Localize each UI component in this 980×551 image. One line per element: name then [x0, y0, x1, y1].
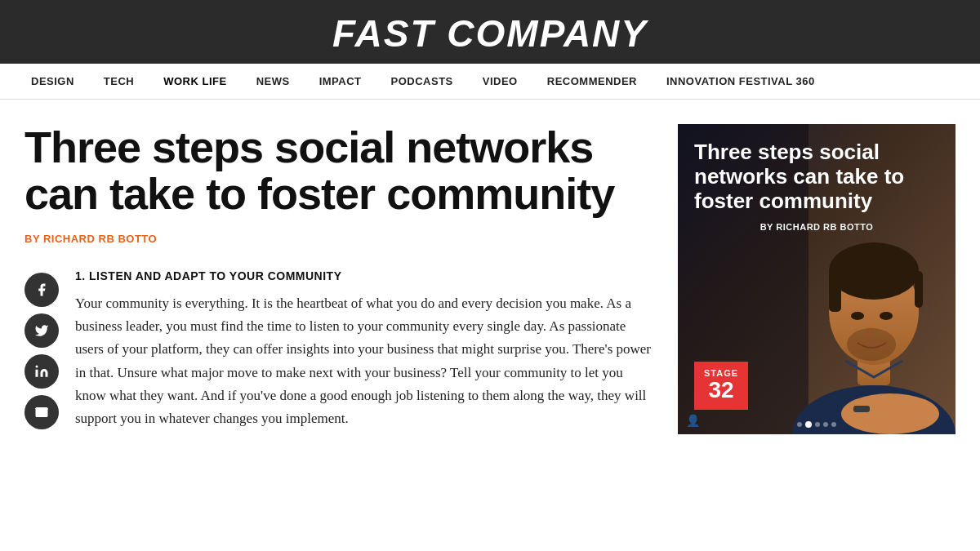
svg-point-12: [847, 328, 896, 361]
dot-2[interactable]: [805, 421, 812, 428]
svg-rect-7: [829, 271, 841, 312]
carousel-dots: [797, 421, 836, 428]
linkedin-icon: [34, 364, 49, 379]
section-1-heading: 1. LISTEN AND ADAPT TO YOUR COMMUNITY: [75, 269, 653, 282]
dot-3[interactable]: [815, 422, 820, 427]
svg-rect-14: [853, 406, 870, 412]
user-icon: 👤: [686, 414, 700, 428]
site-header: FAST COMPANY: [0, 0, 980, 64]
svg-point-0: [36, 366, 38, 368]
article-image-card: Three steps social networks can take to …: [678, 124, 956, 434]
article-right-column: Three steps social networks can take to …: [678, 124, 956, 434]
email-share-button[interactable]: [24, 395, 59, 429]
nav-item-design[interactable]: DESIGN: [16, 64, 89, 99]
article-left-column: Three steps social networks can take to …: [24, 124, 653, 434]
card-overlay: Three steps social networks can take to …: [678, 124, 956, 232]
dot-4[interactable]: [823, 422, 828, 427]
article-author: BY RICHARD RB BOTTO: [24, 233, 653, 245]
nav-item-podcasts[interactable]: PODCASTS: [376, 64, 468, 99]
twitter-share-button[interactable]: [24, 313, 59, 348]
article-body: 1. LISTEN AND ADAPT TO YOUR COMMUNITY Yo…: [24, 269, 653, 429]
site-logo[interactable]: FAST COMPANY: [0, 11, 980, 56]
svg-point-10: [880, 312, 893, 320]
facebook-share-button[interactable]: [24, 273, 59, 307]
main-nav: DESIGN TECH WORK LIFE NEWS IMPACT PODCAS…: [0, 64, 980, 100]
svg-point-13: [841, 393, 939, 434]
svg-point-6: [829, 242, 919, 300]
main-content: Three steps social networks can take to …: [0, 100, 980, 459]
svg-rect-8: [915, 271, 923, 308]
dot-1[interactable]: [797, 422, 802, 427]
nav-item-innovation[interactable]: INNOVATION FESTIVAL 360: [652, 64, 830, 99]
nav-item-impact[interactable]: IMPACT: [305, 64, 376, 99]
nav-item-recommender[interactable]: RECOMMENDER: [532, 64, 652, 99]
article-text-block: 1. LISTEN AND ADAPT TO YOUR COMMUNITY Yo…: [75, 269, 653, 429]
stage32-badge: STAGE 32: [694, 362, 748, 410]
linkedin-share-button[interactable]: [24, 354, 59, 389]
section-1-paragraph: Your community is everything. It is the …: [75, 292, 653, 429]
card-title: Three steps social networks can take to …: [694, 140, 939, 214]
article-title: Three steps social networks can take to …: [24, 124, 653, 216]
stage32-number: 32: [704, 378, 738, 403]
nav-item-video[interactable]: VIDEO: [468, 64, 532, 99]
dot-5[interactable]: [831, 422, 836, 427]
nav-item-news[interactable]: NEWS: [242, 64, 305, 99]
card-author: BY RICHARD RB BOTTO: [694, 222, 939, 232]
nav-item-tech[interactable]: TECH: [89, 64, 149, 99]
facebook-icon: [34, 282, 49, 297]
nav-item-worklife[interactable]: WORK LIFE: [149, 64, 241, 99]
twitter-icon: [34, 323, 49, 338]
social-icons: [24, 269, 59, 429]
email-icon: [34, 405, 49, 420]
svg-point-9: [851, 312, 864, 320]
